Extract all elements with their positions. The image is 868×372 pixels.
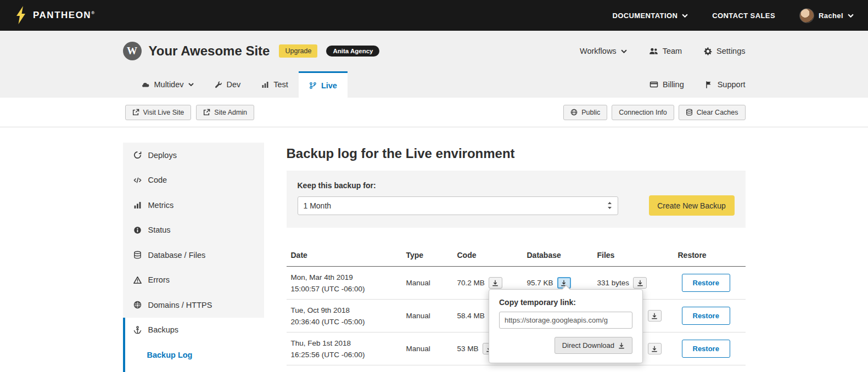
tab-multidev[interactable]: Multidev [131, 71, 204, 98]
sidebar-item-domains-https[interactable]: Domains / HTTPS [123, 292, 264, 318]
user-name: Rachel [819, 12, 843, 20]
download-files-button[interactable] [633, 277, 647, 289]
table-header: Date Type Code Database Files Restore [287, 247, 746, 267]
restore-cell: Restore [674, 340, 746, 358]
site-admin-button[interactable]: Site Admin [196, 105, 254, 120]
sidebar-item-label: Code [148, 176, 167, 184]
action-bar: Visit Live Site Site Admin Public Connec… [0, 98, 868, 127]
contact-sales-label: CONTACT SALES [712, 12, 775, 20]
backup-date: Mon, Mar 4th 2019 15:00:57 (UTC -06:00) [287, 272, 402, 295]
files-size: 331 bytes [597, 279, 630, 287]
download-files-button[interactable] [648, 310, 662, 322]
direct-download-button[interactable]: Direct Download [555, 337, 632, 354]
download-files-button[interactable] [648, 343, 662, 354]
sidebar-active-tail [123, 368, 264, 372]
tab-test-label: Test [273, 80, 288, 89]
col-database: Database [523, 247, 593, 266]
restore-button[interactable]: Restore [682, 307, 730, 325]
direct-download-label: Direct Download [562, 341, 614, 350]
site-admin-label: Site Admin [214, 109, 247, 116]
sidebar-item-backup-log[interactable]: Backup Log [123, 342, 264, 368]
tab-live-label: Live [321, 81, 337, 90]
files-archive-cell: 331 bytes [593, 277, 674, 289]
chart-icon [261, 81, 269, 88]
tab-dev[interactable]: Dev [204, 71, 251, 98]
database-size: 95.7 KB [527, 279, 553, 287]
team-icon [649, 47, 658, 55]
settings-button[interactable]: Settings [704, 47, 745, 55]
clear-caches-label: Clear Caches [697, 109, 738, 116]
external-link-icon [132, 109, 139, 116]
download-code-button[interactable] [489, 277, 502, 289]
restore-button[interactable]: Restore [682, 274, 730, 292]
visit-live-site-button[interactable]: Visit Live Site [125, 105, 192, 120]
backup-date: Tue, Oct 9th 2018 20:36:40 (UTC -05:00) [287, 305, 402, 328]
billing-label: Billing [663, 80, 684, 89]
globe-icon [133, 301, 142, 309]
upgrade-badge[interactable]: Upgrade [279, 44, 317, 58]
avatar [799, 8, 814, 23]
environment-tabs: Multidev Dev Test [123, 71, 746, 98]
chevron-down-icon [848, 14, 854, 18]
code-size: 58.4 MB [457, 312, 485, 320]
agency-badge: Anita Agency [326, 46, 379, 57]
chevron-down-icon [621, 49, 627, 53]
sidebar-item-backups[interactable]: Backups [123, 318, 264, 343]
tab-live[interactable]: Live [299, 71, 348, 98]
col-code: Code [453, 247, 523, 266]
create-new-backup-button[interactable]: Create New Backup [649, 195, 735, 216]
restore-button[interactable]: Restore [682, 340, 730, 358]
chevron-down-icon [682, 14, 688, 18]
topbar: PANTHEON® DOCUMENTATION CONTACT SALES Ra… [0, 0, 868, 31]
site-header: W Your Awesome Site Upgrade Anita Agency… [0, 31, 868, 98]
refresh-icon [133, 151, 142, 159]
tab-dev-label: Dev [227, 80, 241, 89]
backup-type: Manual [402, 279, 453, 287]
restore-cell: Restore [674, 307, 746, 325]
connection-info-button[interactable]: Connection Info [612, 105, 674, 120]
retention-select[interactable]: 1 Month [298, 196, 618, 215]
sidebar-item-database-files[interactable]: Database / Files [123, 243, 264, 268]
server-icon [686, 109, 693, 116]
backup-date: Thu, Feb 1st 2018 16:25:56 (UTC -06:00) [287, 337, 402, 360]
support-link[interactable]: Support [705, 80, 746, 89]
tab-multidev-label: Multidev [154, 80, 184, 89]
download-icon [618, 342, 625, 349]
team-button[interactable]: Team [649, 47, 682, 55]
workflows-label: Workflows [580, 47, 617, 55]
sidebar-item-deploys[interactable]: Deploys [123, 143, 264, 168]
clear-caches-button[interactable]: Clear Caches [679, 105, 746, 120]
topbar-right: DOCUMENTATION CONTACT SALES Rachel [612, 8, 854, 23]
visit-live-site-label: Visit Live Site [143, 109, 184, 116]
temporary-link-input[interactable] [499, 312, 632, 329]
database-icon [133, 251, 142, 259]
popover-title: Copy temporary link: [499, 298, 632, 307]
documentation-menu[interactable]: DOCUMENTATION [612, 12, 688, 20]
contact-sales-link[interactable]: CONTACT SALES [712, 12, 775, 20]
select-arrows-icon [607, 202, 612, 209]
warning-icon [133, 276, 142, 284]
git-branch-icon [309, 82, 317, 89]
sidebar-item-code[interactable]: Code [123, 168, 264, 193]
tab-test[interactable]: Test [251, 71, 299, 98]
sidebar-item-label: Metrics [148, 201, 174, 210]
pantheon-brand[interactable]: PANTHEON® [14, 6, 96, 25]
sidebar: Deploys Code Metrics Status Database / F… [123, 143, 264, 372]
workflows-menu[interactable]: Workflows [580, 47, 627, 55]
user-menu[interactable]: Rachel [799, 8, 854, 23]
public-button[interactable]: Public [563, 105, 607, 120]
col-type: Type [402, 247, 453, 266]
keep-backup-label: Keep this backup for: [298, 181, 735, 190]
billing-link[interactable]: Billing [649, 80, 684, 89]
metrics-icon [133, 201, 142, 209]
sidebar-item-errors[interactable]: Errors [123, 268, 264, 293]
flag-icon [705, 81, 713, 89]
site-title: Your Awesome Site [149, 43, 270, 59]
col-date: Date [287, 247, 402, 266]
code-icon [133, 176, 142, 184]
team-label: Team [663, 47, 682, 55]
col-files: Files [593, 247, 674, 266]
sidebar-item-status[interactable]: Status [123, 218, 264, 243]
info-icon [133, 226, 142, 234]
sidebar-item-metrics[interactable]: Metrics [123, 193, 264, 218]
